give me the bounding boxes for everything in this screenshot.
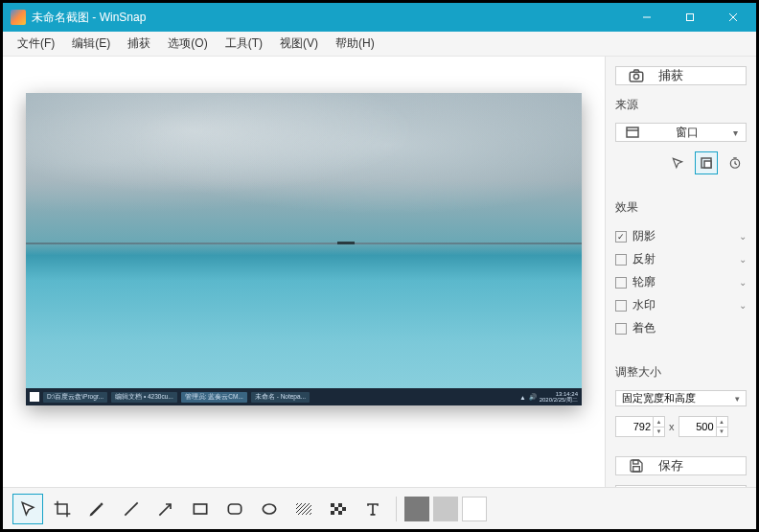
horizon-decoration xyxy=(26,243,582,244)
effect-label: 着色 xyxy=(632,320,656,336)
menu-view[interactable]: 视图(V) xyxy=(271,32,327,56)
save-label: 保存 xyxy=(658,457,683,474)
bottom-toolbar xyxy=(3,487,756,529)
effect-label: 轮廓 xyxy=(632,274,656,290)
camera-icon xyxy=(628,67,645,84)
minimize-button[interactable] xyxy=(625,4,668,31)
start-icon xyxy=(30,392,39,402)
chevron-down-icon: ⌄ xyxy=(739,254,747,265)
text-tool[interactable] xyxy=(357,494,388,524)
menu-edit[interactable]: 编辑(E) xyxy=(63,32,119,56)
svg-line-14 xyxy=(125,502,137,515)
sidebar: 捕获 来源 窗口 ▾ xyxy=(605,57,756,487)
ellipse-tool[interactable] xyxy=(254,494,285,524)
svg-rect-11 xyxy=(633,460,638,464)
source-value: 窗口 xyxy=(651,125,724,141)
app-icon xyxy=(11,10,26,25)
color-swatch-2[interactable] xyxy=(433,497,458,521)
svg-rect-25 xyxy=(338,511,342,515)
pointer-tool[interactable] xyxy=(12,494,43,524)
checkbox-icon: ✓ xyxy=(615,231,627,243)
toolbar-separator xyxy=(396,497,397,521)
menu-tools[interactable]: 工具(T) xyxy=(217,32,271,56)
svg-point-5 xyxy=(633,74,638,79)
window-icon xyxy=(624,124,641,141)
app-window: 未命名截图 - WinSnap 文件(F) 编辑(E) 捕获 选项(O) 工具(… xyxy=(0,0,759,532)
resize-mode-value: 固定宽度和高度 xyxy=(622,391,735,405)
window-title: 未命名截图 - WinSnap xyxy=(32,10,625,26)
spin-down[interactable]: ▼ xyxy=(653,428,664,437)
cursor-mode-button[interactable] xyxy=(666,151,689,174)
checkbox-icon xyxy=(615,300,627,312)
menu-help[interactable]: 帮助(H) xyxy=(327,32,383,56)
width-value: 792 xyxy=(633,421,651,432)
color-swatch-3[interactable] xyxy=(462,497,487,521)
menu-options[interactable]: 选项(O) xyxy=(159,32,216,56)
spin-up[interactable]: ▲ xyxy=(653,417,664,428)
effect-label: 水印 xyxy=(632,297,656,313)
checkbox-icon xyxy=(615,277,627,289)
blur-tool[interactable] xyxy=(288,494,319,524)
resize-section-label: 调整大小 xyxy=(615,364,747,381)
chevron-down-icon: ▾ xyxy=(733,127,738,138)
chevron-down-icon: ⌄ xyxy=(739,300,747,311)
svg-line-15 xyxy=(159,504,171,516)
menu-file[interactable]: 文件(F) xyxy=(9,32,63,56)
height-value: 500 xyxy=(696,421,713,432)
timer-mode-button[interactable] xyxy=(724,151,747,174)
spin-down[interactable]: ▼ xyxy=(716,428,727,437)
boat-decoration xyxy=(337,242,355,244)
width-input[interactable]: 792 ▲▼ xyxy=(615,416,665,437)
maximize-button[interactable] xyxy=(668,4,711,31)
source-dropdown[interactable]: 窗口 ▾ xyxy=(615,123,747,142)
capture-label: 捕获 xyxy=(658,67,683,84)
captured-taskbar: D:\百度云盘\Progr... 编辑文档 • 4230cu... 管理员: 蓝… xyxy=(26,388,582,405)
svg-rect-23 xyxy=(342,507,346,511)
rectangle-tool[interactable] xyxy=(185,494,216,524)
screenshot-preview[interactable]: D:\百度云盘\Progr... 编辑文档 • 4230cu... 管理员: 蓝… xyxy=(26,93,582,405)
effect-shadow[interactable]: ✓ 阴影 ⌄ xyxy=(615,225,747,247)
crop-tool[interactable] xyxy=(47,494,78,524)
svg-rect-17 xyxy=(228,504,241,514)
menubar: 文件(F) 编辑(E) 捕获 选项(O) 工具(T) 视图(V) 帮助(H) xyxy=(3,32,756,57)
line-tool[interactable] xyxy=(116,494,147,524)
effect-reflection[interactable]: 反射 ⌄ xyxy=(615,248,747,270)
svg-rect-1 xyxy=(686,14,693,21)
taskbar-item: D:\百度云盘\Progr... xyxy=(43,392,107,403)
color-swatch-1[interactable] xyxy=(404,497,429,521)
menu-capture[interactable]: 捕获 xyxy=(119,32,159,56)
taskbar-item: 未命名 - Notepa... xyxy=(251,392,310,403)
save-icon xyxy=(628,457,645,474)
pixelate-tool[interactable] xyxy=(323,494,354,524)
svg-point-18 xyxy=(263,504,275,514)
svg-rect-21 xyxy=(338,503,342,507)
chevron-down-icon: ⌄ xyxy=(739,277,747,288)
sky-decoration xyxy=(26,93,582,243)
effect-label: 反射 xyxy=(632,251,656,267)
checkbox-icon xyxy=(615,323,627,335)
arrow-tool[interactable] xyxy=(150,494,181,524)
svg-rect-19 xyxy=(296,503,311,515)
region-mode-button[interactable] xyxy=(695,151,718,174)
effect-coloring[interactable]: 着色 xyxy=(615,317,747,339)
taskbar-item: 编辑文档 • 4230cu... xyxy=(111,392,177,403)
system-tray: ▲🔊 13:14:24 2020/2/25/周二 xyxy=(519,391,578,403)
resize-mode-select[interactable]: 固定宽度和高度 ▾ xyxy=(615,390,747,406)
capture-mode-row xyxy=(615,151,747,174)
effect-watermark[interactable]: 水印 ⌄ xyxy=(615,294,747,316)
height-input[interactable]: 500 ▲▼ xyxy=(678,416,728,437)
rounded-rect-tool[interactable] xyxy=(219,494,250,524)
capture-button[interactable]: 捕获 xyxy=(615,66,747,85)
chevron-down-icon: ⌄ xyxy=(739,231,747,242)
canvas-area: D:\百度云盘\Progr... 编辑文档 • 4230cu... 管理员: 蓝… xyxy=(3,57,605,487)
svg-rect-6 xyxy=(627,127,638,137)
spin-up[interactable]: ▲ xyxy=(716,417,727,428)
save-button[interactable]: 保存 xyxy=(615,456,747,475)
svg-rect-9 xyxy=(704,161,711,168)
pen-tool[interactable] xyxy=(81,494,112,524)
titlebar: 未命名截图 - WinSnap xyxy=(3,3,756,32)
effects-section-label: 效果 xyxy=(615,199,747,216)
effect-outline[interactable]: 轮廓 ⌄ xyxy=(615,271,747,293)
close-button[interactable] xyxy=(711,4,754,31)
svg-rect-16 xyxy=(194,504,206,514)
